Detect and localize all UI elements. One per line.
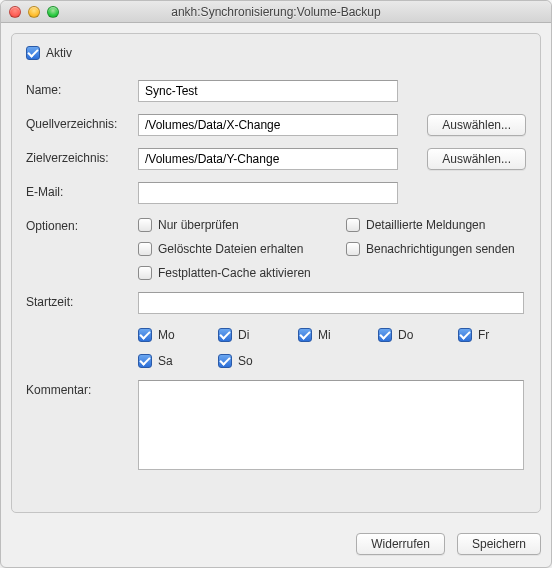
opt-disk-cache: Festplatten-Cache aktivieren (138, 266, 515, 280)
zoom-icon[interactable] (47, 6, 59, 18)
fr-label: Fr (478, 328, 489, 342)
day-mo: Mo (138, 328, 218, 342)
notify-label: Benachrichtigungen senden (366, 242, 515, 256)
so-checkbox[interactable] (218, 354, 232, 368)
day-so: So (218, 354, 298, 368)
close-icon[interactable] (9, 6, 21, 18)
save-button[interactable]: Speichern (457, 533, 541, 555)
main-panel: Aktiv Name: Quellverzeichnis: Auswählen.… (11, 33, 541, 513)
options-row: Optionen: Nur überprüfen Detaillierte Me… (26, 216, 526, 280)
mo-label: Mo (158, 328, 175, 342)
titlebar: ankh:Synchronisierung:Volume-Backup (1, 1, 551, 23)
name-row: Name: (26, 80, 526, 102)
active-row: Aktiv (26, 46, 526, 60)
keep-deleted-checkbox[interactable] (138, 242, 152, 256)
active-label: Aktiv (46, 46, 72, 60)
source-input[interactable] (138, 114, 398, 136)
starttime-row: Startzeit: (26, 292, 526, 314)
opt-detailed: Detaillierte Meldungen (346, 218, 515, 232)
fr-checkbox[interactable] (458, 328, 472, 342)
day-sa: Sa (138, 354, 218, 368)
opt-keep-deleted: Gelöschte Dateien erhalten (138, 242, 338, 256)
opt-check-only: Nur überprüfen (138, 218, 338, 232)
day-fr: Fr (458, 328, 538, 342)
day-di: Di (218, 328, 298, 342)
so-label: So (238, 354, 253, 368)
check-only-checkbox[interactable] (138, 218, 152, 232)
comment-row: Kommentar: (26, 380, 526, 470)
do-label: Do (398, 328, 413, 342)
options-label: Optionen: (26, 216, 138, 233)
days-spacer (26, 326, 138, 329)
email-row: E-Mail: (26, 182, 526, 204)
sa-checkbox[interactable] (138, 354, 152, 368)
di-checkbox[interactable] (218, 328, 232, 342)
email-label: E-Mail: (26, 182, 138, 199)
detailed-checkbox[interactable] (346, 218, 360, 232)
opt-notify: Benachrichtigungen senden (346, 242, 515, 256)
notify-checkbox[interactable] (346, 242, 360, 256)
content: Aktiv Name: Quellverzeichnis: Auswählen.… (1, 23, 551, 523)
detailed-label: Detaillierte Meldungen (366, 218, 485, 232)
do-checkbox[interactable] (378, 328, 392, 342)
traffic-lights (1, 1, 59, 22)
minimize-icon[interactable] (28, 6, 40, 18)
active-checkbox[interactable] (26, 46, 40, 60)
name-input[interactable] (138, 80, 398, 102)
starttime-input[interactable] (138, 292, 524, 314)
disk-cache-checkbox[interactable] (138, 266, 152, 280)
disk-cache-label: Festplatten-Cache aktivieren (158, 266, 311, 280)
window: ankh:Synchronisierung:Volume-Backup Akti… (0, 0, 552, 568)
di-label: Di (238, 328, 249, 342)
target-row: Zielverzeichnis: Auswählen... (26, 148, 526, 170)
mi-checkbox[interactable] (298, 328, 312, 342)
comment-textarea[interactable] (138, 380, 524, 470)
day-mi: Mi (298, 328, 378, 342)
name-label: Name: (26, 80, 138, 97)
days-grid: Mo Di Mi Do Fr Sa So (138, 326, 538, 368)
target-input[interactable] (138, 148, 398, 170)
source-row: Quellverzeichnis: Auswählen... (26, 114, 526, 136)
options-grid: Nur überprüfen Detaillierte Meldungen Ge… (138, 216, 515, 280)
check-only-label: Nur überprüfen (158, 218, 239, 232)
window-title: ankh:Synchronisierung:Volume-Backup (1, 5, 551, 19)
starttime-label: Startzeit: (26, 292, 138, 309)
email-input[interactable] (138, 182, 398, 204)
comment-label: Kommentar: (26, 380, 138, 397)
mi-label: Mi (318, 328, 331, 342)
days-row: Mo Di Mi Do Fr Sa So (26, 326, 526, 368)
footer: Widerrufen Speichern (1, 523, 551, 567)
choose-target-button[interactable]: Auswählen... (427, 148, 526, 170)
choose-source-button[interactable]: Auswählen... (427, 114, 526, 136)
keep-deleted-label: Gelöschte Dateien erhalten (158, 242, 303, 256)
target-label: Zielverzeichnis: (26, 148, 138, 165)
day-do: Do (378, 328, 458, 342)
source-label: Quellverzeichnis: (26, 114, 138, 131)
mo-checkbox[interactable] (138, 328, 152, 342)
revert-button[interactable]: Widerrufen (356, 533, 445, 555)
sa-label: Sa (158, 354, 173, 368)
